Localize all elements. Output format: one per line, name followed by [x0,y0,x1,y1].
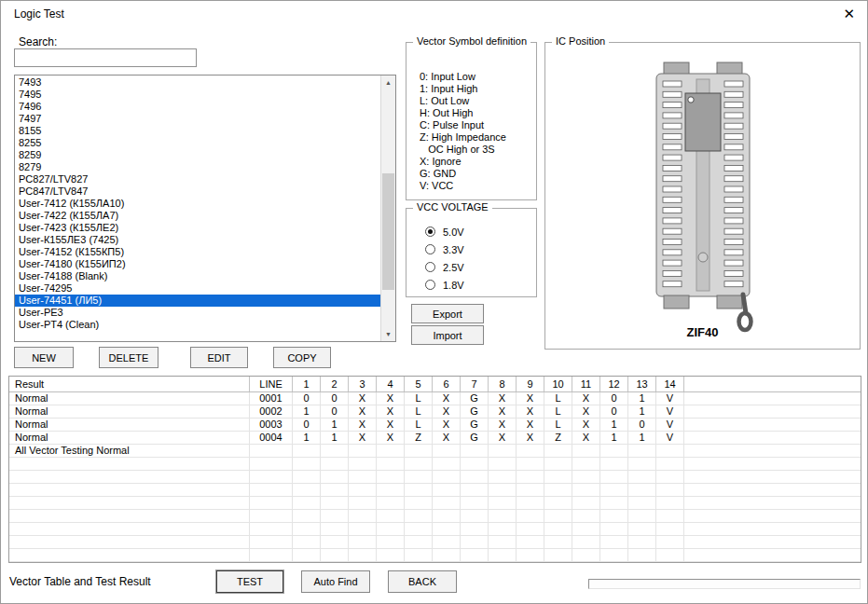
table-row[interactable] [9,523,861,536]
table-row[interactable] [9,471,861,484]
list-item[interactable]: User-К155ЛЕ3 (7425) [15,234,380,246]
list-item[interactable]: 7497 [15,113,380,125]
list-item[interactable]: 7493 [15,76,380,89]
vcc-option-5.0V[interactable]: 5.0V [425,223,464,240]
vector-cell [600,484,628,496]
vector-cell [544,445,572,457]
vector-cell: X [377,405,405,418]
vector-cell [405,471,433,483]
socket-slot [663,176,682,182]
radio-icon[interactable] [425,226,435,237]
socket-slot [724,208,743,213]
vector-cell [405,445,433,457]
auto-find-button[interactable]: Auto Find [301,570,370,593]
list-item[interactable]: User-PE3 [15,307,380,319]
vector-result-table: ResultLINE1234567891011121314 Normal0001… [8,376,861,563]
vector-cell [489,445,517,457]
delete-button[interactable]: DELETE [99,347,158,368]
list-item[interactable]: 7495 [15,89,380,101]
list-item[interactable]: PC827/LTV827 [15,173,380,185]
list-item[interactable]: User-74295 [15,282,380,295]
test-button[interactable]: TEST [216,570,283,593]
vector-cell [572,471,600,483]
vector-cell [377,458,405,470]
list-item[interactable]: 8279 [15,161,380,173]
vcc-option-3.3V[interactable]: 3.3V [425,240,464,258]
table-row[interactable] [9,510,861,523]
list-item[interactable]: User-74152 (К155КП5) [15,246,380,258]
header-cell: 5 [405,377,433,391]
vcc-option-1.8V[interactable]: 1.8V [425,276,464,294]
socket-slot [724,81,743,87]
row-filler [684,510,861,522]
search-label: Search: [19,35,57,48]
table-row[interactable]: Normal000210XXLXGXXLX01V [9,405,861,419]
search-input[interactable] [14,48,197,67]
vector-cell [321,523,349,535]
socket-slot [724,176,743,182]
list-item[interactable]: User-7423 (К155ЛЕ2) [15,222,380,234]
list-item[interactable]: 8155 [15,125,380,137]
vcc-option-2.5V[interactable]: 2.5V [425,258,464,276]
vector-cell [656,549,684,561]
copy-button[interactable]: COPY [273,347,331,368]
vector-cell [405,484,433,496]
table-row[interactable] [9,458,861,471]
vector-cell: 1 [600,432,628,444]
list-item[interactable]: 8259 [15,149,380,161]
scroll-down-icon[interactable]: ▼ [381,327,395,341]
vector-cell [600,458,628,470]
vector-cell [656,484,684,496]
vector-cell [433,497,461,509]
list-item[interactable]: User-74180 (К155ИП2) [15,258,380,270]
scroll-thumb[interactable] [382,173,394,290]
table-row[interactable] [9,549,861,562]
scroll-up-icon[interactable]: ▲ [381,76,395,89]
table-row[interactable]: All Vector Testing Normal [9,445,861,458]
export-button[interactable]: Export [411,304,484,323]
vector-cell [377,471,405,483]
vector-cell [461,484,489,496]
vector-cell: 1 [321,419,349,431]
socket-slot [724,197,743,202]
list-item[interactable]: 8255 [15,137,380,149]
back-button[interactable]: BACK [388,570,457,593]
vector-cell: G [461,432,489,444]
vector-cell [628,536,656,548]
header-cell: 9 [517,377,544,391]
list-item[interactable]: User-74451 (ЛИ5) [15,295,380,307]
list-item[interactable]: 7496 [15,101,380,113]
list-item[interactable]: User-7412 (К155ЛА10) [15,198,380,210]
line-cell [250,523,293,535]
table-row[interactable] [9,484,861,497]
table-row[interactable] [9,497,861,510]
vector-cell: X [433,419,461,431]
table-row[interactable] [9,536,861,549]
radio-icon[interactable] [425,262,435,272]
radio-icon[interactable] [425,280,435,290]
import-button[interactable]: Import [411,325,484,345]
list-item[interactable]: User-7422 (К155ЛА7) [15,210,380,222]
socket-slot [663,91,682,97]
vector-cell [405,536,433,548]
vector-cell [377,523,405,535]
table-row[interactable]: Normal000411XXZXGXXZX11V [9,432,861,445]
vector-cell [349,484,377,496]
table-row[interactable]: Normal000301XXLXGXXLX10V [9,419,861,432]
vector-symbol-title: Vector Symbol definition [413,35,530,47]
socket-slot [724,270,743,276]
edit-button[interactable]: EDIT [190,347,248,368]
close-icon[interactable]: ✕ [843,6,855,22]
vector-cell: X [517,405,544,418]
header-cell: 8 [489,377,517,391]
list-scrollbar[interactable]: ▲ ▼ [380,76,395,341]
list-item[interactable]: User-PT4 (Clean) [15,319,380,331]
new-button[interactable]: NEW [14,347,74,368]
vector-cell [293,523,321,535]
result-cell [9,549,250,561]
vector-symbol-line: V: VCC [420,180,532,192]
radio-icon[interactable] [425,244,435,254]
table-row[interactable]: Normal000100XXLXGXXLX01V [9,392,861,405]
list-item[interactable]: User-74188 (Blank) [15,270,380,282]
list-item[interactable]: PC847/LTV847 [15,185,380,198]
